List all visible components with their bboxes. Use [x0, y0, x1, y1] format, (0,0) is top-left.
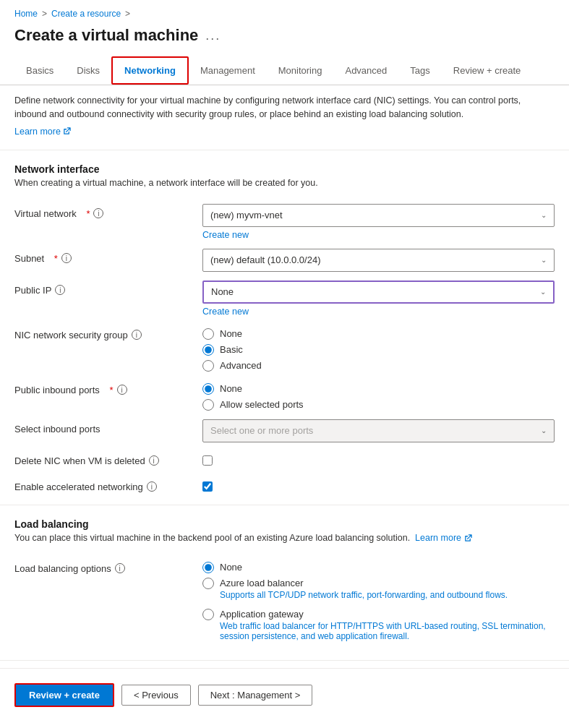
load-balancing-options-info-icon[interactable]: i	[115, 563, 125, 573]
public-inbound-selected-label: Allow selected ports	[220, 399, 304, 410]
load-balancing-none[interactable]: None	[202, 562, 555, 573]
select-inbound-ports-select[interactable]: Select one or more ports ⌄	[202, 419, 555, 442]
load-balancing-options-row: Load balancing options i None Azure load…	[0, 554, 569, 646]
nic-security-group-label: NIC network security group i	[14, 325, 202, 341]
nic-security-group-advanced[interactable]: Advanced	[202, 360, 555, 372]
load-balancing-appgw-item: Application gateway Web traffic load bal…	[202, 604, 555, 641]
virtual-network-row: Virtual network * i (new) myvm-vnet ⌄ Cr…	[0, 200, 569, 244]
public-ip-control: None ⌄ Create new	[202, 281, 555, 317]
load-balancing-none-radio[interactable]	[202, 562, 214, 573]
nic-security-group-info-icon[interactable]: i	[132, 330, 142, 340]
breadcrumb-sep2: >	[125, 9, 130, 19]
virtual-network-control: (new) myvm-vnet ⌄ Create new	[202, 204, 555, 240]
breadcrumb-create-resource[interactable]: Create a resource	[51, 9, 121, 19]
select-inbound-ports-control: Select one or more ports ⌄	[202, 419, 555, 442]
delete-nic-checkbox-item[interactable]	[202, 451, 555, 466]
public-ip-create-new[interactable]: Create new	[202, 307, 249, 317]
virtual-network-label: Virtual network * i	[14, 204, 202, 219]
load-balancing-appgw-subtext: Web traffic load balancer for HTTP/HTTPS…	[220, 621, 555, 641]
public-ip-info-icon[interactable]: i	[55, 285, 65, 295]
accelerated-networking-control	[202, 477, 555, 492]
bottom-bar: Review + create < Previous Next : Manage…	[0, 668, 569, 719]
nic-security-group-basic[interactable]: Basic	[202, 344, 555, 356]
load-balancing-section: Load balancing You can place this virtua…	[0, 511, 569, 554]
public-inbound-selected-radio[interactable]	[202, 399, 214, 411]
subnet-row: Subnet * i (new) default (10.0.0.0/24) ⌄	[0, 244, 569, 276]
subnet-info-icon[interactable]: i	[61, 253, 72, 263]
accelerated-networking-checkbox[interactable]	[202, 481, 213, 492]
chevron-down-icon: ⌄	[541, 427, 547, 434]
load-balancing-options-control: None Azure load balancer Supports all TC…	[202, 559, 555, 641]
public-ip-row: Public IP i None ⌄ Create new	[0, 276, 569, 321]
page-title-dots: ...	[205, 28, 221, 43]
breadcrumb-home[interactable]: Home	[14, 9, 38, 19]
chevron-down-icon: ⌄	[540, 288, 546, 296]
public-inbound-selected-ports[interactable]: Allow selected ports	[202, 399, 555, 411]
review-create-button[interactable]: Review + create	[14, 683, 114, 707]
network-interface-section: Network interface When creating a virtua…	[0, 156, 569, 200]
delete-nic-row: Delete NIC when VM is deleted i	[0, 447, 569, 473]
tab-monitoring[interactable]: Monitoring	[267, 58, 334, 83]
nic-security-advanced-radio[interactable]	[202, 360, 214, 372]
tab-advanced[interactable]: Advanced	[333, 58, 398, 83]
nic-security-basic-radio[interactable]	[202, 344, 214, 356]
virtual-network-create-new[interactable]: Create new	[202, 230, 249, 240]
subnet-select[interactable]: (new) default (10.0.0.0/24) ⌄	[202, 249, 555, 272]
delete-nic-label: Delete NIC when VM is deleted i	[14, 451, 202, 466]
nic-security-group-control: None Basic Advanced	[202, 325, 555, 372]
tab-basics[interactable]: Basics	[14, 58, 65, 83]
external-link-icon	[63, 127, 71, 135]
breadcrumb: Home > Create a resource >	[0, 0, 569, 23]
public-inbound-none-label: None	[220, 383, 242, 394]
tab-management[interactable]: Management	[189, 58, 267, 83]
page-title: Create a virtual machine	[14, 26, 198, 45]
public-inbound-ports-info-icon[interactable]: i	[117, 385, 127, 395]
previous-button[interactable]: < Previous	[121, 685, 191, 706]
virtual-network-info-icon[interactable]: i	[93, 208, 103, 218]
accelerated-networking-checkbox-item[interactable]	[202, 477, 555, 492]
public-inbound-ports-row: Public inbound ports * i None Allow sele…	[0, 376, 569, 415]
network-interface-title: Network interface	[14, 163, 555, 175]
required-marker: *	[54, 253, 58, 264]
load-balancing-title: Load balancing	[14, 518, 555, 530]
nic-security-group-row: NIC network security group i None Basic …	[0, 321, 569, 376]
subnet-label: Subnet * i	[14, 249, 202, 264]
tab-tags[interactable]: Tags	[398, 58, 441, 83]
chevron-down-icon: ⌄	[541, 256, 547, 264]
public-inbound-ports-control: None Allow selected ports	[202, 380, 555, 411]
delete-nic-checkbox[interactable]	[202, 455, 213, 466]
public-inbound-ports-options: None Allow selected ports	[202, 380, 555, 411]
nic-security-none-label: None	[220, 328, 242, 339]
next-button[interactable]: Next : Management >	[198, 685, 313, 706]
load-balancing-learn-more[interactable]: Learn more	[415, 533, 471, 543]
public-ip-select[interactable]: None ⌄	[202, 281, 555, 304]
accelerated-networking-label: Enable accelerated networking i	[14, 477, 202, 492]
tab-review-create[interactable]: Review + create	[442, 58, 533, 83]
load-balancing-azure-subtext: Supports all TCP/UDP network traffic, po…	[220, 590, 555, 600]
load-balancing-azure-item: Azure load balancer Supports all TCP/UDP…	[202, 578, 555, 600]
load-balancing-options-group: None Azure load balancer Supports all TC…	[202, 559, 555, 641]
accelerated-networking-info-icon[interactable]: i	[147, 481, 157, 492]
load-balancing-appgw[interactable]: Application gateway	[202, 609, 555, 620]
required-marker: *	[109, 385, 113, 395]
public-inbound-ports-label: Public inbound ports * i	[14, 380, 202, 395]
nic-security-group-none[interactable]: None	[202, 328, 555, 340]
nic-security-none-radio[interactable]	[202, 328, 214, 340]
select-inbound-ports-label: Select inbound ports	[14, 419, 202, 434]
load-balancing-options-label: Load balancing options i	[14, 559, 202, 574]
learn-more-section: Learn more	[0, 124, 569, 144]
load-balancing-none-item: None	[202, 562, 555, 573]
load-balancing-azure-radio[interactable]	[202, 578, 214, 589]
public-inbound-none-radio[interactable]	[202, 383, 214, 395]
load-balancing-azure[interactable]: Azure load balancer	[202, 578, 555, 589]
delete-nic-info-icon[interactable]: i	[149, 455, 159, 466]
virtual-network-select[interactable]: (new) myvm-vnet ⌄	[202, 204, 555, 227]
learn-more-link[interactable]: Learn more	[14, 127, 71, 137]
nic-security-basic-label: Basic	[220, 344, 243, 355]
public-inbound-none[interactable]: None	[202, 383, 555, 395]
tab-networking[interactable]: Networking	[111, 56, 189, 85]
load-balancing-appgw-radio[interactable]	[202, 609, 214, 620]
tab-disks[interactable]: Disks	[65, 58, 111, 83]
tab-description: Define network connectivity for your vir…	[0, 85, 569, 124]
required-marker: *	[86, 208, 90, 219]
